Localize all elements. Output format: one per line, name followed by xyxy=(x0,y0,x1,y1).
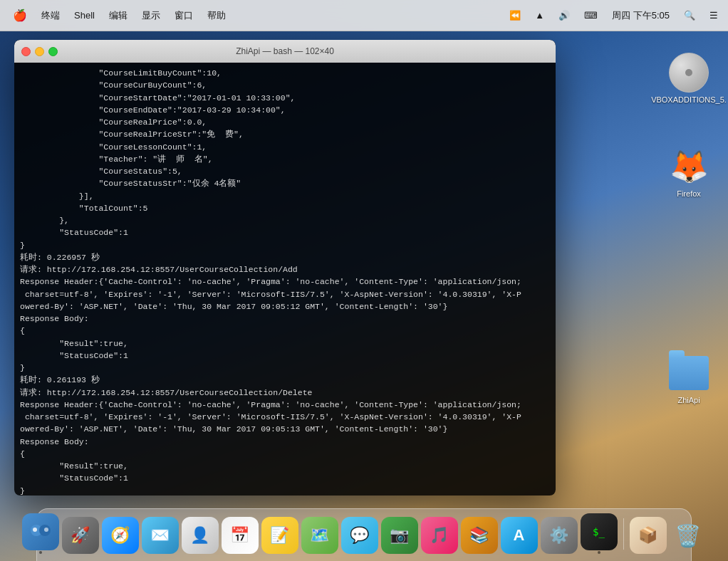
svg-point-3 xyxy=(44,528,48,532)
dock-dot xyxy=(598,551,600,554)
dock-item-contacts[interactable]: 👤 xyxy=(182,517,219,554)
desktop-icon-label: Firefox xyxy=(677,189,701,199)
apple-menu[interactable]: 🍎 xyxy=(6,6,34,25)
menubar-right: ⏪ ▲ 🔊 ⌨ 周四 下午5:05 🔍 ☰ xyxy=(505,8,722,23)
dock-items: 🚀 🧭 ✉️ 👤 📅 📝 🗺️ xyxy=(14,513,715,558)
terminal-line: "Result":true, xyxy=(20,337,550,350)
finder-icon xyxy=(22,513,59,550)
terminal-line: "CourseStatus":5, xyxy=(20,165,550,177)
terminal-line: "CourseLessonCount":1, xyxy=(20,141,550,153)
menubar-spotlight[interactable]: 🔍 xyxy=(680,9,700,22)
dock-item-preview[interactable]: 📦 xyxy=(630,517,667,554)
menubar-shell[interactable]: Shell xyxy=(67,7,102,23)
traffic-lights xyxy=(21,47,58,56)
terminal-line: "CourseStartDate":"2017-01-01 10:33:00", xyxy=(20,92,550,104)
menubar-terminal[interactable]: 终端 xyxy=(34,6,67,25)
maximize-button[interactable] xyxy=(48,47,58,56)
svg-point-2 xyxy=(33,528,37,532)
menubar-view[interactable]: 显示 xyxy=(135,6,167,25)
terminal-line: Response Header:{'Cache-Control': 'no-ca… xyxy=(20,399,550,411)
dock-item-notes[interactable]: 📝 xyxy=(261,517,298,554)
terminal-line: 请求: http://172.168.254.12:8557/UserCours… xyxy=(20,387,550,399)
terminal-line: Response Body: xyxy=(20,313,550,325)
terminal-line: charset=utf-8', 'Expires': '-1', 'Server… xyxy=(20,411,550,423)
menubar-clock: 周四 下午5:05 xyxy=(608,8,674,23)
facetime-icon: 📷 xyxy=(381,517,418,554)
terminal-line: }], xyxy=(20,190,550,202)
menubar-timemachine[interactable]: ⏪ xyxy=(505,9,525,22)
dock-separator xyxy=(623,518,624,550)
dock-item-facetime[interactable]: 📷 xyxy=(381,517,418,554)
dock-item-maps[interactable]: 🗺️ xyxy=(301,517,338,554)
desktop-icon-label: ZhiApi xyxy=(677,396,700,405)
menubar-eject[interactable]: ▲ xyxy=(531,9,548,22)
terminal-line: "Teacher": "讲 师 名", xyxy=(20,153,550,165)
preview-icon: 📦 xyxy=(630,517,667,554)
terminal-line: "CourseEndDate":"2017-03-29 10:34:00", xyxy=(20,104,550,116)
terminal-line: { xyxy=(20,325,550,337)
terminal-line: } xyxy=(20,362,550,374)
syspref-icon: ⚙️ xyxy=(541,517,578,554)
dvd-icon xyxy=(669,53,709,93)
terminal-line: "CourseStatusStr":"仅余 4名额" xyxy=(20,177,550,189)
desktop-icon-vboxadditions[interactable]: VBOXADDITIONS_5. xyxy=(660,48,717,109)
menubar-volume[interactable]: 🔊 xyxy=(554,9,574,22)
dock-item-trash[interactable]: 🗑️ xyxy=(670,517,707,554)
dock-item-safari[interactable]: 🧭 xyxy=(102,517,139,554)
desktop: 🍎 终端 Shell 编辑 显示 窗口 帮助 ⏪ ▲ 🔊 ⌨ 周四 下午5:05… xyxy=(0,0,728,561)
menubar: 🍎 终端 Shell 编辑 显示 窗口 帮助 ⏪ ▲ 🔊 ⌨ 周四 下午5:05… xyxy=(0,0,728,31)
desktop-icon-label: VBOXADDITIONS_5. xyxy=(651,95,727,105)
maps-icon: 🗺️ xyxy=(301,517,338,554)
dock: 🚀 🧭 ✉️ 👤 📅 📝 🗺️ xyxy=(0,504,728,561)
desktop-icon-firefox[interactable]: 🦊 Firefox xyxy=(660,142,717,203)
menubar-help[interactable]: 帮助 xyxy=(200,6,233,25)
itunes-icon: 🎵 xyxy=(421,517,458,554)
dock-item-launchpad[interactable]: 🚀 xyxy=(62,517,99,554)
terminal-window: ZhiApi — bash — 102×40 "CourseLimitBuyCo… xyxy=(14,40,556,496)
dock-item-messages[interactable]: 💬 xyxy=(341,517,378,554)
menubar-keyboard[interactable]: ⌨ xyxy=(580,9,602,22)
contacts-icon: 👤 xyxy=(182,517,219,554)
mail-icon: ✉️ xyxy=(142,517,179,554)
terminal-line: "StatusCode":1 xyxy=(20,472,550,484)
terminal-body[interactable]: "CourseLimitBuyCount":10, "CourseCurBuyC… xyxy=(14,63,556,496)
folder-icon xyxy=(669,353,709,393)
menubar-edit[interactable]: 编辑 xyxy=(102,6,135,25)
terminal-line: "CourseRealPriceStr":"免 费", xyxy=(20,128,550,140)
dock-item-finder[interactable] xyxy=(22,513,59,554)
terminal-line: }, xyxy=(20,214,550,226)
terminal-line: owered-By': 'ASP.NET', 'Date': 'Thu, 30 … xyxy=(20,300,550,313)
dock-item-itunes[interactable]: 🎵 xyxy=(421,517,458,554)
terminal-line: "TotalCount":5 xyxy=(20,202,550,214)
dock-item-appstore[interactable]: A xyxy=(501,517,538,554)
menubar-window[interactable]: 窗口 xyxy=(167,6,200,25)
terminal-line: charset=utf-8', 'Expires': '-1', 'Server… xyxy=(20,288,550,300)
terminal-line: "StatusCode":1 xyxy=(20,350,550,362)
close-button[interactable] xyxy=(21,47,31,56)
terminal-title: ZhiApi — bash — 102×40 xyxy=(236,46,334,56)
safari-icon: 🧭 xyxy=(102,517,139,554)
minimize-button[interactable] xyxy=(35,47,44,56)
terminal-titlebar: ZhiApi — bash — 102×40 xyxy=(14,40,556,63)
dock-item-calendar[interactable]: 📅 xyxy=(222,517,259,554)
menubar-left: 🍎 终端 Shell 编辑 显示 窗口 帮助 xyxy=(6,6,505,25)
terminal-line: 耗时: 0.226957 秒 xyxy=(20,251,550,263)
terminal-line: 耗时: 0.261193 秒 xyxy=(20,374,550,386)
terminal-line: } xyxy=(20,485,550,496)
terminal-line: "CourseLimitBuyCount":10, xyxy=(20,67,550,79)
terminal-line: "StatusCode":1 xyxy=(20,226,550,238)
menubar-notificationcenter[interactable]: ☰ xyxy=(705,9,722,22)
launchpad-icon: 🚀 xyxy=(62,517,99,554)
desktop-icon-zhiapi[interactable]: ZhiApi xyxy=(660,349,717,409)
terminal-line: "CourseRealPrice":0.0, xyxy=(20,116,550,128)
dock-item-books[interactable]: 📚 xyxy=(461,517,498,554)
dock-item-mail[interactable]: ✉️ xyxy=(142,517,179,554)
calendar-icon: 📅 xyxy=(222,517,259,554)
notes-icon: 📝 xyxy=(261,517,298,554)
dock-item-syspref[interactable]: ⚙️ xyxy=(541,517,578,554)
dock-item-terminal[interactable]: $_ xyxy=(581,513,618,554)
firefox-icon: 🦊 xyxy=(669,147,709,187)
terminal-line: "CourseCurBuyCount":6, xyxy=(20,79,550,91)
books-icon: 📚 xyxy=(461,517,498,554)
terminal-line: { xyxy=(20,448,550,460)
